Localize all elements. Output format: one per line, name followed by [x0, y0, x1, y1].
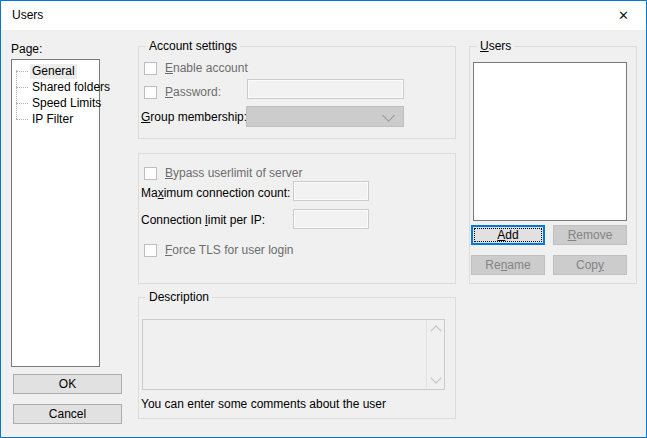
connection-limit-input[interactable]: [293, 209, 369, 229]
description-textarea[interactable]: [142, 319, 445, 390]
users-caption: Users: [477, 39, 514, 54]
account-settings-caption: Account settings: [146, 39, 240, 54]
cancel-button[interactable]: Cancel: [13, 404, 122, 424]
description-hint: You can enter some comments about the us…: [141, 397, 386, 411]
ok-button[interactable]: OK: [13, 374, 122, 394]
close-icon[interactable]: ✕: [601, 1, 646, 30]
tree-item-general[interactable]: General: [12, 63, 99, 79]
users-listbox[interactable]: [473, 62, 627, 221]
group-membership-dropdown[interactable]: [246, 106, 404, 127]
password-checkbox[interactable]: [144, 86, 157, 99]
page-label: Page:: [11, 42, 42, 56]
enable-account-label: Enable account: [165, 61, 248, 75]
remove-button[interactable]: Remove: [553, 225, 627, 245]
scroll-up-icon[interactable]: [430, 325, 441, 336]
description-caption: Description: [146, 290, 212, 305]
focus-ring: [474, 228, 542, 242]
description-scrollbar[interactable]: [426, 320, 444, 389]
password-label: Password:: [165, 85, 221, 99]
tree-item-speed-limits[interactable]: Speed Limits: [12, 95, 99, 111]
titlebar: Users ✕: [1, 1, 646, 30]
max-connection-input[interactable]: [293, 181, 369, 201]
enable-account-checkbox[interactable]: [144, 62, 157, 75]
group-membership-label: Group membership:: [141, 110, 247, 124]
password-input[interactable]: [247, 79, 404, 99]
page-tree[interactable]: General Shared folders Speed Limits IP F…: [11, 59, 100, 367]
force-tls-label: Force TLS for user login: [165, 243, 294, 257]
page-tree-items: General Shared folders Speed Limits IP F…: [12, 60, 99, 366]
bypass-userlimit-checkbox[interactable]: [144, 167, 157, 180]
connection-limit-label: Connection limit per IP:: [141, 213, 265, 227]
scroll-down-icon[interactable]: [430, 372, 441, 383]
force-tls-checkbox[interactable]: [144, 244, 157, 257]
window-title: Users: [12, 1, 43, 30]
max-connection-label: Maximum connection count:: [141, 186, 290, 200]
rename-button[interactable]: Rename: [471, 255, 545, 275]
add-button[interactable]: Add: [471, 225, 545, 245]
tree-item-ip-filter[interactable]: IP Filter: [12, 111, 99, 127]
users-dialog: Users ✕ Page: General Shared folders Spe…: [0, 0, 647, 438]
tree-item-shared-folders[interactable]: Shared folders: [12, 79, 99, 95]
copy-button[interactable]: Copy: [553, 255, 627, 275]
bypass-userlimit-label: Bypass userlimit of server: [165, 166, 302, 180]
chevron-down-icon: [382, 109, 395, 122]
